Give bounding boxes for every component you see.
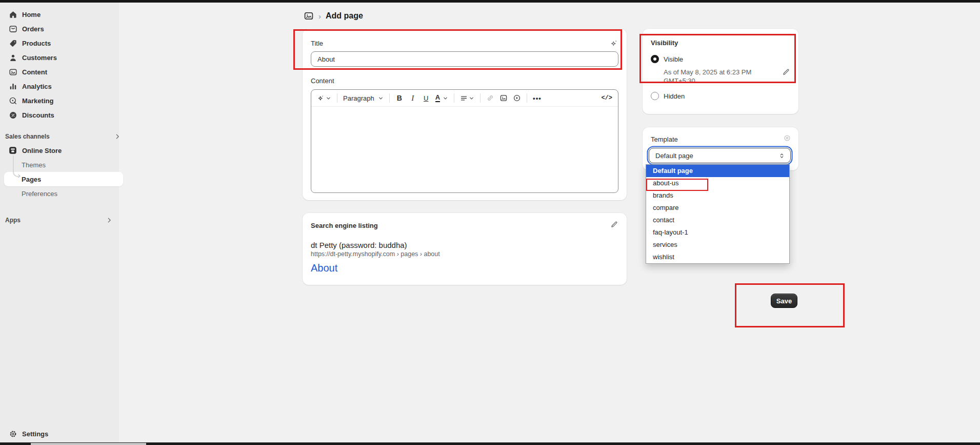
visibility-card: Visibility Visible As of May 8, 2025 at … bbox=[643, 29, 798, 114]
chevron-down-icon bbox=[378, 95, 384, 101]
page-title: Add page bbox=[326, 11, 363, 21]
alignment-button[interactable] bbox=[458, 91, 476, 105]
insert-video-button[interactable] bbox=[511, 91, 523, 105]
bottom-edge-gray-segment bbox=[31, 443, 146, 445]
chevron-right-icon[interactable] bbox=[106, 217, 113, 224]
seo-url-line: https://dt-petty.myshopify.com › pages ›… bbox=[311, 250, 440, 258]
ai-sparkle-button[interactable] bbox=[315, 91, 333, 105]
insert-image-button[interactable] bbox=[498, 91, 509, 105]
sidebar-item-home[interactable]: Home bbox=[4, 7, 115, 22]
sidebar-item-products[interactable]: Products bbox=[4, 36, 115, 50]
sidebar-item-orders[interactable]: Orders bbox=[4, 22, 115, 36]
sales-channels-heading[interactable]: Sales channels bbox=[4, 130, 123, 143]
dropdown-option-services[interactable]: services bbox=[646, 239, 789, 251]
text-color-label: A bbox=[435, 94, 440, 102]
discounts-icon bbox=[8, 110, 17, 120]
visible-option-label: Visible bbox=[664, 55, 683, 63]
sidebar-item-discounts[interactable]: Discounts bbox=[4, 108, 115, 122]
sidebar-item-label: Customers bbox=[22, 54, 57, 62]
online-store-icon bbox=[8, 146, 17, 155]
page-icon[interactable] bbox=[304, 11, 314, 21]
customers-icon bbox=[8, 53, 17, 62]
toolbar-divider bbox=[454, 93, 454, 103]
dropdown-option-wishlist[interactable]: wishlist bbox=[646, 251, 789, 263]
template-select[interactable]: Default page bbox=[649, 148, 791, 163]
chevron-right-icon[interactable] bbox=[114, 133, 121, 140]
sidebar-item-pages[interactable]: Pages bbox=[4, 172, 123, 186]
seo-preview-title-link[interactable]: About bbox=[311, 262, 337, 274]
align-left-icon bbox=[460, 94, 468, 102]
sidebar-item-themes[interactable]: Themes bbox=[4, 158, 123, 172]
chevron-down-icon bbox=[326, 95, 331, 101]
template-dropdown-list: Default page about-us brands compare con… bbox=[646, 164, 790, 264]
bottom-window-edge bbox=[0, 442, 980, 445]
dropdown-option-compare[interactable]: compare bbox=[646, 202, 789, 214]
home-icon bbox=[8, 10, 17, 19]
content-editor-area[interactable] bbox=[311, 107, 618, 193]
chevron-down-icon bbox=[469, 95, 474, 101]
sidebar-item-label: Content bbox=[22, 68, 47, 76]
breadcrumb: › Add page bbox=[304, 8, 363, 24]
breadcrumb-separator: › bbox=[318, 12, 321, 20]
italic-button[interactable]: I bbox=[407, 91, 418, 105]
sales-channels-heading-label: Sales channels bbox=[5, 133, 50, 140]
radio-selected-icon[interactable] bbox=[651, 55, 659, 63]
content-field-label: Content bbox=[311, 77, 334, 85]
orders-icon bbox=[8, 24, 17, 33]
dropdown-option-faq-layout-1[interactable]: faq-layout-1 bbox=[646, 226, 789, 239]
eye-icon[interactable] bbox=[783, 134, 791, 142]
code-view-button[interactable]: </> bbox=[599, 91, 614, 105]
updown-stepper-icon bbox=[778, 152, 785, 159]
dropdown-option-brands[interactable]: brands bbox=[646, 189, 789, 202]
sidebar-item-content[interactable]: Content bbox=[4, 65, 115, 79]
sidebar-item-label: Orders bbox=[22, 25, 44, 33]
underline-button[interactable]: U bbox=[421, 91, 432, 105]
radio-unselected-icon[interactable] bbox=[651, 92, 659, 100]
visibility-heading: Visibility bbox=[651, 39, 678, 47]
more-options-button[interactable]: ••• bbox=[531, 91, 543, 105]
main-nav: Home Orders Products Customers Content A… bbox=[4, 7, 115, 122]
dropdown-option-about-us[interactable]: about-us bbox=[646, 177, 789, 189]
chevron-down-icon bbox=[443, 95, 448, 101]
search-engine-listing-card: Search engine listing dt Petty (password… bbox=[303, 213, 627, 285]
toolbar-divider bbox=[480, 93, 481, 103]
toolbar-divider bbox=[389, 93, 390, 103]
title-input[interactable] bbox=[311, 51, 618, 67]
sparkle-icon[interactable] bbox=[610, 39, 618, 48]
title-content-card: Title Content Paragraph B I U A bbox=[303, 29, 627, 200]
content-icon bbox=[8, 67, 17, 76]
apps-heading-label: Apps bbox=[5, 217, 21, 224]
link-button[interactable] bbox=[485, 91, 496, 105]
pencil-icon[interactable] bbox=[782, 68, 790, 76]
sales-channels-section: Sales channels Online Store Themes Pages… bbox=[4, 130, 123, 201]
visible-radio-option[interactable]: Visible bbox=[651, 55, 683, 63]
template-heading: Template bbox=[651, 136, 678, 143]
dropdown-option-default-page[interactable]: Default page bbox=[646, 165, 789, 177]
sidebar-item-settings[interactable]: Settings bbox=[4, 427, 115, 441]
save-button[interactable]: Save bbox=[771, 294, 797, 308]
sidebar-item-label: Discounts bbox=[22, 111, 54, 119]
sidebar-item-marketing[interactable]: Marketing bbox=[4, 93, 115, 108]
sidebar-item-customers[interactable]: Customers bbox=[4, 50, 115, 65]
paragraph-style-dropdown[interactable]: Paragraph bbox=[342, 91, 385, 105]
dropdown-option-contact[interactable]: contact bbox=[646, 214, 789, 226]
sidebar-item-preferences[interactable]: Preferences bbox=[4, 186, 123, 201]
pencil-icon[interactable] bbox=[610, 220, 618, 228]
sidebar-item-analytics[interactable]: Analytics bbox=[4, 79, 115, 93]
top-window-edge bbox=[0, 0, 980, 3]
editor-toolbar: Paragraph B I U A bbox=[311, 90, 618, 107]
apps-section: Apps bbox=[4, 214, 115, 227]
sidebar-item-label: Pages bbox=[22, 176, 41, 183]
link-icon bbox=[486, 94, 494, 102]
text-color-button[interactable]: A bbox=[434, 91, 450, 105]
bold-button[interactable]: B bbox=[394, 91, 405, 105]
products-icon bbox=[8, 38, 17, 48]
apps-heading[interactable]: Apps bbox=[4, 214, 115, 227]
template-select-value: Default page bbox=[655, 152, 693, 160]
visible-note-line2: GMT+5:30 bbox=[664, 76, 766, 85]
sidebar-item-label: Products bbox=[22, 40, 51, 47]
sidebar-item-online-store[interactable]: Online Store bbox=[4, 143, 123, 158]
marketing-icon bbox=[8, 96, 17, 105]
visible-note-line1: As of May 8, 2025 at 6:23 PM bbox=[664, 68, 766, 76]
hidden-radio-option[interactable]: Hidden bbox=[651, 92, 685, 100]
